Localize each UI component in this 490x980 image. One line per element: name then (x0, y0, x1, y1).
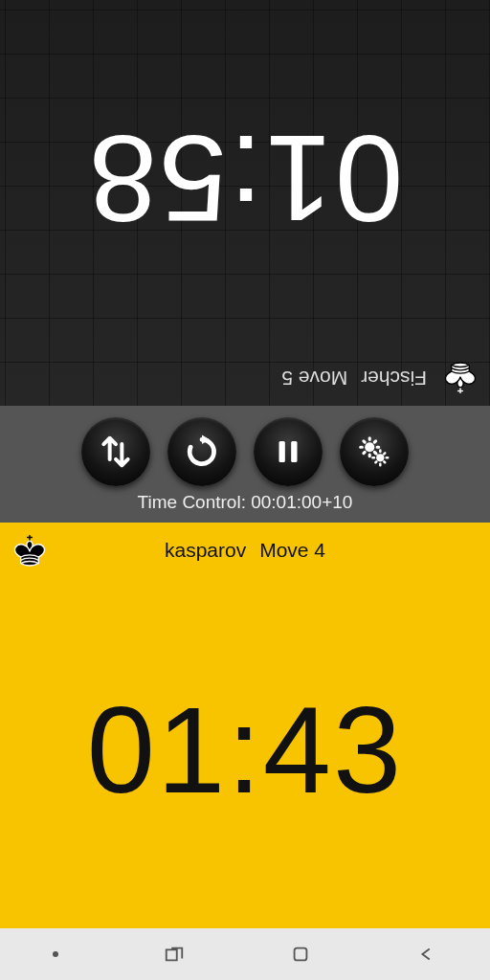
svg-rect-1 (291, 441, 297, 462)
control-bar: Time Control: 00:01:00+10 (0, 406, 490, 523)
top-time-value: 01:58 (87, 109, 403, 250)
top-move-count: Move 5 (281, 367, 347, 390)
svg-rect-4 (295, 948, 307, 961)
svg-rect-0 (279, 441, 285, 462)
swap-button[interactable] (81, 417, 150, 486)
svg-point-2 (365, 442, 374, 452)
nav-menu-dot[interactable] (53, 951, 58, 957)
pause-button[interactable] (254, 417, 323, 486)
bottom-player-row: kasparov Move 4 (0, 523, 490, 570)
settings-icon (356, 434, 392, 470)
settings-button[interactable] (340, 417, 409, 486)
control-buttons-row (81, 417, 409, 486)
reset-button[interactable] (167, 417, 236, 486)
back-icon[interactable] (416, 944, 437, 965)
white-king-icon (440, 358, 480, 398)
bottom-time-value: 01:43 (87, 679, 403, 820)
black-king-icon (10, 530, 50, 570)
reset-icon (184, 434, 220, 470)
bottom-move-count: Move 4 (259, 539, 325, 562)
bottom-player-clock[interactable]: kasparov Move 4 01:43 (0, 523, 490, 928)
recents-icon[interactable] (164, 944, 185, 965)
home-icon[interactable] (290, 944, 311, 965)
svg-point-3 (376, 454, 384, 461)
bottom-player-name: kasparov (165, 539, 246, 562)
top-player-clock[interactable]: Fischer Move 5 01:58 (0, 0, 490, 406)
pause-icon (270, 434, 306, 470)
top-player-row: Fischer Move 5 (0, 358, 490, 406)
time-control-label: Time Control: 00:01:00+10 (138, 492, 353, 513)
swap-icon (98, 434, 134, 470)
top-player-name: Fischer (361, 367, 427, 390)
top-timer-display: 01:58 (0, 0, 490, 358)
android-nav-bar (0, 928, 490, 980)
bottom-timer-display: 01:43 (0, 570, 490, 928)
